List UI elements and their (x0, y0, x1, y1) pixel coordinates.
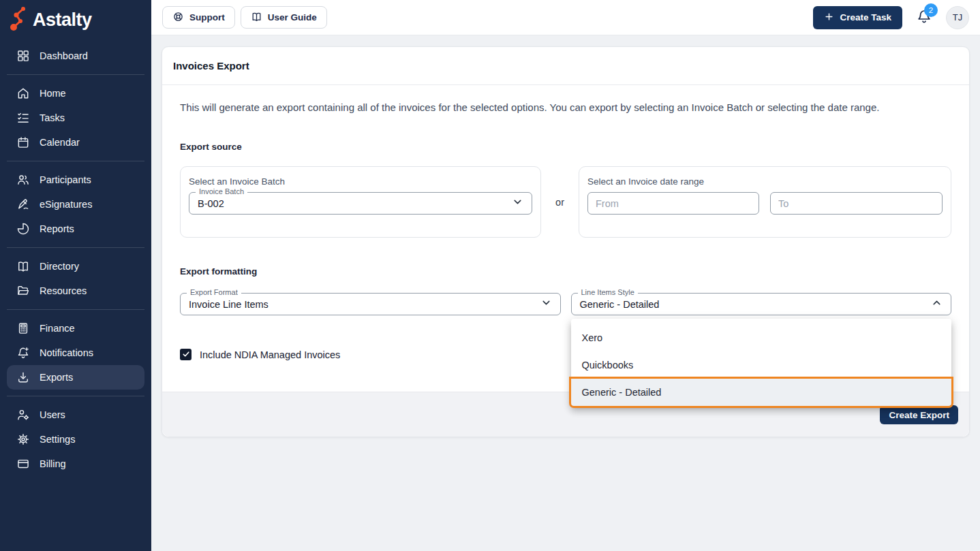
sidebar-item-exports[interactable]: Exports (7, 365, 144, 390)
sidebar-item-label: Settings (40, 434, 75, 445)
sidebar-item-label: Resources (40, 285, 87, 296)
sidebar-item-calendar[interactable]: Calendar (7, 130, 144, 155)
line-items-style-field-label: Line Items Style (578, 288, 638, 297)
invoice-batch-panel: Select an Invoice Batch Invoice Batch B-… (180, 166, 541, 238)
include-ndia-checkbox[interactable] (180, 349, 192, 360)
menu-option-xero[interactable]: Xero (571, 324, 952, 351)
line-items-style-value: Generic - Detailed (580, 299, 660, 310)
sidebar-item-esignatures[interactable]: eSignatures (7, 192, 144, 217)
sidebar-item-directory[interactable]: Directory (7, 254, 144, 279)
export-format-field-label: Export Format (187, 288, 241, 297)
sidebar-item-home[interactable]: Home (7, 81, 144, 106)
sidebar-item-label: Directory (40, 261, 79, 272)
settings-gear-icon (16, 432, 30, 446)
create-export-button[interactable]: Create Export (880, 405, 958, 424)
page-content: Invoices Export This will generate an ex… (151, 35, 980, 551)
sidebar-item-label: Users (40, 409, 65, 420)
invoice-batch-panel-title: Select an Invoice Batch (189, 176, 532, 187)
sidebar-item-label: Dashboard (40, 50, 88, 61)
export-format-value: Invoice Line Items (189, 299, 269, 310)
sidebar-divider (7, 309, 144, 310)
or-separator: or (555, 197, 564, 208)
sidebar-item-notifications[interactable]: Notifications (7, 341, 144, 365)
sidebar-divider (7, 247, 144, 248)
invoice-batch-select[interactable]: Invoice Batch B-002 (189, 192, 532, 215)
export-formatting-row: Export Format Invoice Line Items Line It… (180, 293, 951, 315)
export-source-heading: Export source (180, 142, 951, 152)
sidebar-divider (7, 74, 144, 75)
sidebar-item-label: Calendar (40, 137, 80, 148)
date-range-panel-title: Select an Invoice date range (587, 176, 943, 187)
user-guide-book-icon (251, 11, 262, 25)
reports-pie-icon (16, 222, 30, 236)
support-label: Support (189, 12, 225, 22)
sidebar-item-tasks[interactable]: Tasks (7, 106, 144, 130)
sidebar-item-label: Notifications (40, 347, 93, 358)
users-gear-icon (16, 408, 30, 422)
plus-icon (824, 12, 834, 24)
chevron-down-icon (512, 196, 523, 210)
sidebar-item-label: Participants (40, 174, 91, 185)
export-description: This will generate an export containing … (180, 101, 951, 113)
card-body: This will generate an export containing … (162, 85, 969, 392)
billing-card-icon (16, 457, 30, 471)
line-items-style-select[interactable]: Line Items Style Generic - Detailed (571, 293, 952, 315)
sidebar: Astalty Dashboard Home Tasks Calendar Pa… (0, 0, 151, 551)
sidebar-item-label: Home (40, 88, 66, 99)
sidebar-item-users[interactable]: Users (7, 403, 144, 427)
brand-name: Astalty (33, 10, 92, 31)
export-formatting-heading: Export formatting (180, 266, 951, 277)
sidebar-item-label: Billing (40, 458, 66, 469)
date-to-input[interactable] (770, 192, 943, 215)
brand-logo[interactable]: Astalty (0, 0, 151, 37)
card-header: Invoices Export (162, 47, 969, 85)
astalty-logo-icon (8, 4, 29, 35)
dashboard-icon (16, 49, 30, 63)
chevron-down-icon (540, 297, 552, 311)
support-lifebuoy-icon (172, 11, 184, 25)
export-source-row: Select an Invoice Batch Invoice Batch B-… (180, 166, 951, 238)
date-from-input[interactable] (587, 192, 759, 215)
sidebar-item-label: eSignatures (40, 199, 92, 210)
invoices-export-card: Invoices Export This will generate an ex… (162, 46, 970, 437)
directory-book-icon (16, 259, 30, 273)
chevron-up-icon (931, 297, 943, 311)
exports-download-icon (16, 371, 30, 384)
invoice-batch-field-label: Invoice Batch (196, 187, 247, 196)
tasks-icon (16, 111, 30, 125)
sidebar-item-resources[interactable]: Resources (7, 279, 144, 303)
line-items-style-dropdown-menu: Xero Quickbooks Generic - Detailed (571, 319, 952, 406)
calendar-icon (16, 136, 30, 149)
sidebar-item-participants[interactable]: Participants (7, 168, 144, 192)
page-title: Invoices Export (173, 60, 958, 72)
user-guide-label: User Guide (268, 12, 317, 22)
sidebar-item-label: Reports (40, 223, 74, 234)
participants-icon (16, 173, 30, 187)
invoice-date-range-panel: Select an Invoice date range (579, 166, 951, 238)
sidebar-item-label: Tasks (40, 112, 65, 123)
sidebar-divider (7, 161, 144, 161)
sidebar-item-reports[interactable]: Reports (7, 217, 144, 241)
create-task-button[interactable]: Create Task (813, 6, 902, 29)
sidebar-item-billing[interactable]: Billing (7, 452, 144, 476)
create-task-label: Create Task (840, 12, 891, 22)
support-button[interactable]: Support (162, 6, 235, 29)
topbar: Support User Guide Create Task 2 TJ (151, 0, 980, 35)
invoice-batch-value: B-002 (198, 198, 224, 209)
resources-folder-icon (16, 284, 30, 298)
export-format-select[interactable]: Export Format Invoice Line Items (180, 293, 561, 315)
notifications-bell-button[interactable]: 2 (916, 8, 932, 27)
sidebar-item-dashboard[interactable]: Dashboard (7, 44, 144, 68)
sidebar-item-settings[interactable]: Settings (7, 427, 144, 452)
user-guide-button[interactable]: User Guide (241, 6, 327, 29)
avatar[interactable]: TJ (946, 6, 969, 29)
sidebar-item-label: Finance (40, 323, 75, 334)
check-icon (182, 349, 190, 361)
sidebar-item-label: Exports (40, 372, 73, 383)
sidebar-nav: Dashboard Home Tasks Calendar Participan… (0, 44, 151, 476)
include-ndia-label: Include NDIA Managed Invoices (200, 349, 340, 360)
menu-option-generic-detailed[interactable]: Generic - Detailed (571, 379, 952, 406)
menu-option-quickbooks[interactable]: Quickbooks (571, 351, 952, 379)
finance-calculator-icon (16, 321, 30, 335)
sidebar-item-finance[interactable]: Finance (7, 316, 144, 341)
